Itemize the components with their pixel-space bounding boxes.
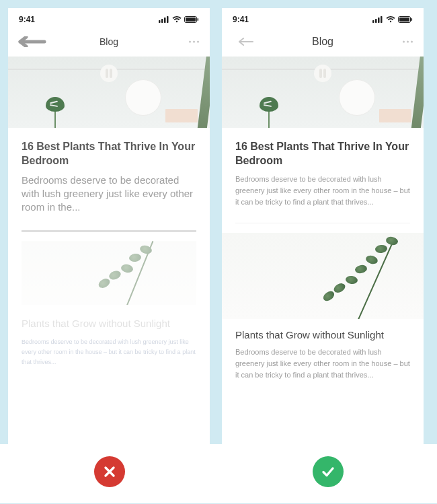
svg-rect-2 (164, 17, 166, 23)
svg-rect-14 (411, 18, 413, 21)
battery-icon (398, 16, 413, 23)
post-thumbnail (22, 242, 196, 305)
svg-rect-11 (381, 16, 383, 23)
post-card[interactable]: 16 Best Plants That Thrive In Your Bedro… (8, 128, 210, 223)
post-card[interactable]: Plants that Grow without Sunlight Bedroo… (8, 305, 210, 377)
bad-example-badge (94, 456, 125, 487)
status-bar: 9:41 (222, 8, 424, 27)
status-bar: 9:41 (8, 8, 210, 27)
back-arrow-icon (237, 38, 255, 46)
back-button[interactable] (231, 32, 261, 51)
post-excerpt: Bedrooms deserve to be decorated with lu… (22, 174, 196, 215)
nav-bar: Blog (8, 27, 210, 57)
cross-icon (102, 464, 117, 479)
post-title: Plants that Grow without Sunlight (22, 317, 196, 330)
svg-rect-0 (159, 20, 161, 23)
post-excerpt: Bedrooms deserve to be decorated with lu… (22, 337, 196, 368)
svg-rect-9 (375, 19, 377, 23)
verdict-row (0, 444, 437, 503)
svg-rect-6 (198, 18, 199, 21)
page-title: Blog (100, 36, 118, 47)
nav-bar: Blog (222, 27, 424, 57)
post-title: 16 Best Plants That Thrive In Your Bedro… (22, 140, 196, 168)
post-title: 16 Best Plants That Thrive In Your Bedro… (235, 140, 410, 168)
wifi-icon (386, 16, 395, 23)
post-excerpt: Bedrooms deserve to be decorated with lu… (235, 174, 410, 208)
good-example-badge (313, 456, 344, 487)
more-button[interactable] (403, 41, 413, 43)
back-button[interactable] (17, 32, 47, 51)
svg-rect-10 (378, 17, 380, 23)
cellular-signal-icon (159, 16, 169, 23)
post-card[interactable]: 16 Best Plants That Thrive In Your Bedro… (222, 128, 424, 217)
wifi-icon (172, 16, 182, 23)
divider (22, 230, 196, 232)
status-time: 9:41 (19, 15, 35, 24)
post-card[interactable]: Plants that Grow without Sunlight Bedroo… (222, 319, 424, 391)
svg-rect-5 (186, 17, 196, 22)
page-title: Blog (312, 36, 333, 48)
svg-rect-8 (372, 20, 374, 23)
battery-icon (184, 16, 199, 23)
check-icon (320, 464, 336, 480)
divider (235, 223, 410, 223)
post-excerpt: Bedrooms deserve to be decorated with lu… (235, 347, 410, 381)
post-hero-image (8, 57, 210, 128)
status-time: 9:41 (233, 15, 249, 24)
phone-good-example: 9:41 Blog (222, 8, 424, 444)
cellular-signal-icon (372, 16, 383, 23)
back-arrow-icon (17, 36, 47, 47)
svg-rect-1 (161, 19, 163, 23)
phone-bad-example: 9:41 Blog (8, 8, 210, 444)
post-title: Plants that Grow without Sunlight (235, 328, 410, 342)
post-thumbnail (222, 233, 424, 319)
more-button[interactable] (189, 41, 199, 43)
post-hero-image (222, 57, 424, 128)
svg-rect-13 (399, 17, 409, 22)
svg-rect-3 (167, 16, 169, 23)
